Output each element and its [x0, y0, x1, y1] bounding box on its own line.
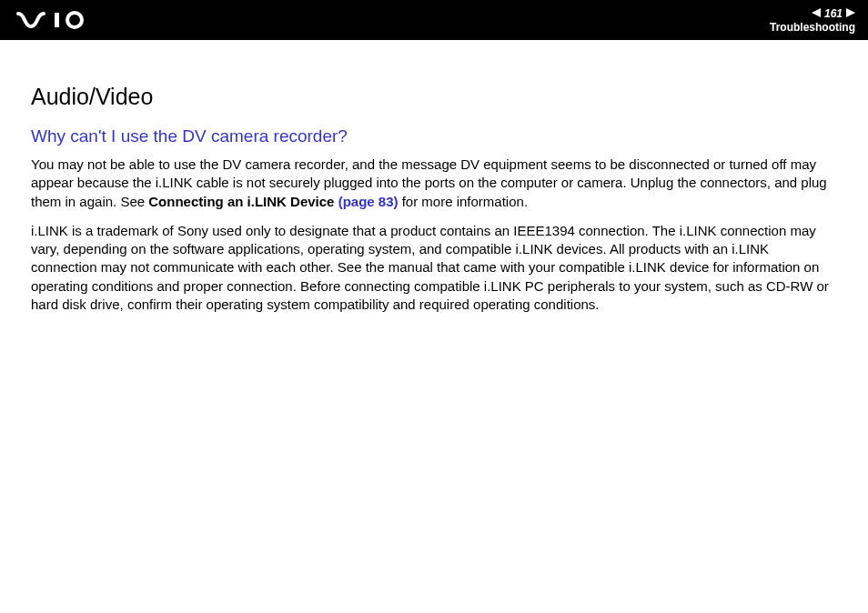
next-page-arrow-icon[interactable]: [846, 7, 855, 20]
svg-point-1: [67, 13, 82, 27]
svg-marker-3: [846, 8, 855, 17]
page-number: 161: [824, 7, 843, 20]
svg-rect-0: [55, 13, 59, 27]
cross-reference-title: Connecting an i.LINK Device: [148, 194, 334, 209]
paragraph-2: i.LINK is a trademark of Sony used only …: [31, 222, 837, 314]
paragraph-1-text-b: for more information.: [399, 194, 529, 209]
pager: 161: [812, 7, 855, 20]
paragraph-1: You may not be able to use the DV camera…: [31, 156, 837, 211]
vaio-logo: [16, 10, 98, 30]
vaio-logo-icon: [16, 10, 98, 30]
section-title: Audio/Video: [31, 84, 837, 110]
page-content: Audio/Video Why can't I use the DV camer…: [0, 40, 868, 314]
cross-reference-link[interactable]: (page 83): [334, 194, 398, 209]
page-header: 161 Troubleshooting: [0, 0, 868, 40]
prev-page-arrow-icon[interactable]: [812, 7, 821, 20]
header-right: 161 Troubleshooting: [770, 7, 855, 34]
section-label: Troubleshooting: [770, 21, 855, 34]
question-heading: Why can't I use the DV camera recorder?: [31, 126, 837, 146]
svg-marker-2: [812, 8, 821, 17]
